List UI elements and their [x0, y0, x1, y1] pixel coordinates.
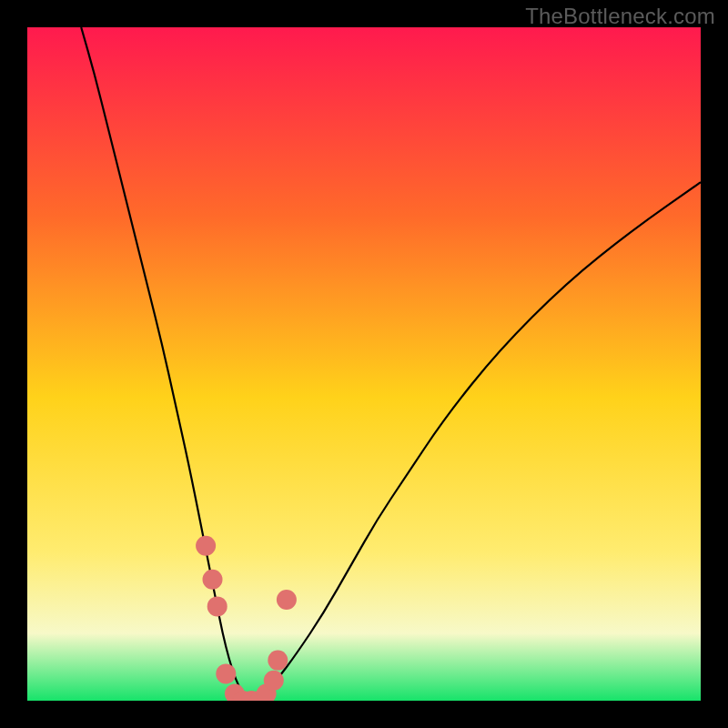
chart-frame: TheBottleneck.com	[0, 0, 728, 728]
gradient-background	[27, 27, 701, 701]
marker-dot	[216, 663, 236, 683]
watermark-text: TheBottleneck.com	[525, 4, 715, 29]
plot-svg	[27, 27, 701, 701]
marker-dot	[264, 671, 284, 691]
marker-dot	[203, 570, 223, 590]
plot-area	[27, 27, 701, 701]
marker-dot	[277, 590, 297, 610]
marker-dot	[196, 536, 216, 556]
marker-dot	[207, 596, 228, 616]
marker-dot	[268, 651, 288, 671]
